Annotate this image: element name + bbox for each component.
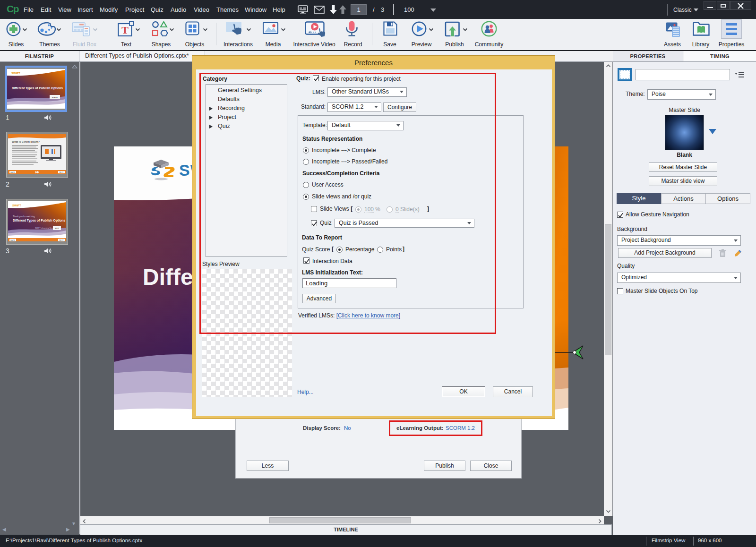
svg-text:Different Types of Publish Opt: Different Types of Publish Options	[12, 86, 63, 90]
svg-text:T: T	[121, 24, 129, 36]
svg-text:What is Lorem Ipsum?: What is Lorem Ipsum?	[12, 140, 40, 143]
svg-text:NEXT: NEXT	[59, 239, 64, 241]
svg-text:START: START	[52, 96, 58, 99]
svg-text:BACK: BACK	[10, 239, 15, 241]
svg-text:SWIFT: SWIFT	[12, 204, 21, 207]
svg-text:Thank you for watching: Thank you for watching	[13, 215, 35, 218]
svg-text:EXIT: EXIT	[55, 227, 59, 230]
svg-text:SWIFT: SWIFT	[11, 72, 20, 75]
svg-text:Different Types of Publish Opt: Different Types of Publish Options	[13, 219, 65, 222]
svg-text:BACK: BACK	[10, 171, 15, 173]
svg-text:NEXT: NEXT	[59, 171, 64, 173]
